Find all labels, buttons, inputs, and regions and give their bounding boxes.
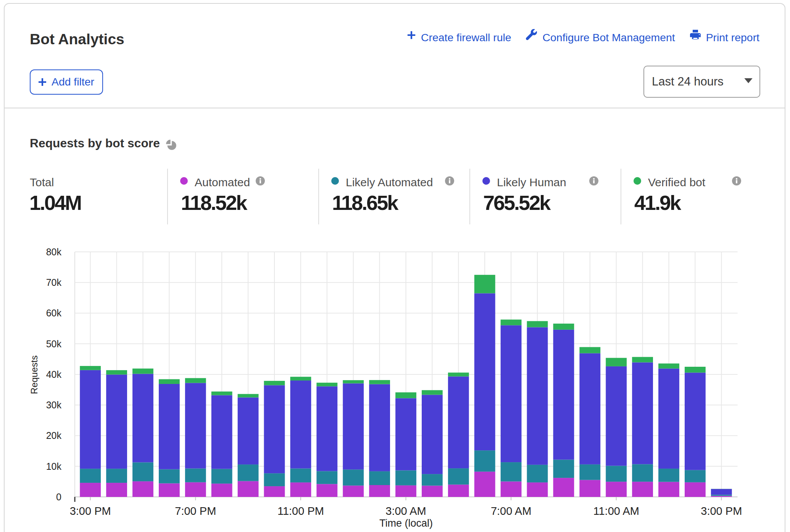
svg-text:3:00 PM: 3:00 PM [701,505,742,517]
svg-text:Time (local): Time (local) [379,517,433,529]
svg-text:0: 0 [56,492,61,502]
svg-text:7:00 PM: 7:00 PM [175,505,216,517]
svg-text:70k: 70k [46,277,62,288]
svg-text:3:00 PM: 3:00 PM [70,505,111,517]
svg-text:80k: 80k [46,247,62,257]
svg-text:20k: 20k [46,430,62,441]
svg-text:10k: 10k [46,461,62,472]
svg-text:3:00 AM: 3:00 AM [385,505,426,517]
svg-text:11:00 PM: 11:00 PM [277,505,324,517]
svg-text:11:00 AM: 11:00 AM [593,505,639,517]
svg-text:40k: 40k [46,369,62,380]
svg-text:30k: 30k [46,400,62,410]
svg-text:60k: 60k [46,308,62,318]
svg-text:7:00 AM: 7:00 AM [491,505,531,517]
svg-text:50k: 50k [46,339,62,349]
svg-text:Requests: Requests [29,355,39,394]
